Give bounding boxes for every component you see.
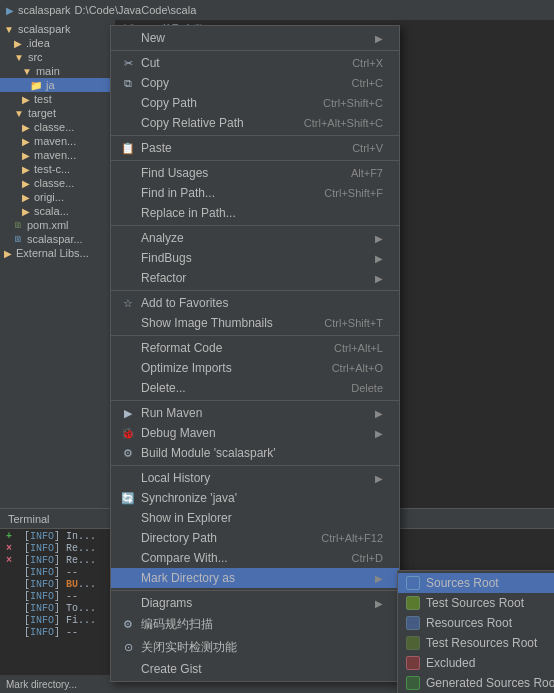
term-text: [INFO] BU...: [24, 579, 96, 590]
tree-item-maven2[interactable]: ▶ maven...: [0, 148, 115, 162]
term-text: [INFO] --: [24, 567, 78, 578]
submenu-item-resources[interactable]: Resources Root: [398, 613, 554, 633]
shortcut: Ctrl+Shift+C: [307, 97, 383, 109]
resources-icon: [406, 616, 420, 630]
menu-item-compare[interactable]: Compare With... Ctrl+D: [111, 548, 399, 568]
submenu-label: Test Resources Root: [426, 636, 537, 650]
menu-label: Build Module 'scalaspark': [137, 446, 383, 460]
tree-item-pom[interactable]: 🗎 pom.xml: [0, 218, 115, 232]
run-maven-icon: ▶: [119, 407, 137, 420]
submenu-arrow: ▶: [375, 473, 383, 484]
menu-item-add-fav[interactable]: ☆ Add to Favorites: [111, 293, 399, 313]
menu-item-dir-path[interactable]: Directory Path Ctrl+Alt+F12: [111, 528, 399, 548]
menu-label: Compare With...: [137, 551, 336, 565]
project-icon: ▶: [6, 5, 14, 16]
menu-item-optimize[interactable]: Optimize Imports Ctrl+Alt+O: [111, 358, 399, 378]
tree-item-maven1[interactable]: ▶ maven...: [0, 134, 115, 148]
menu-item-mark-dir[interactable]: Mark Directory as ▶: [111, 568, 399, 588]
menu-item-build-module[interactable]: ⚙ Build Module 'scalaspark': [111, 443, 399, 463]
menu-label: FindBugs: [137, 251, 375, 265]
submenu-item-generated[interactable]: Generated Sources Root: [398, 673, 554, 693]
menu-item-copy[interactable]: ⧉ Copy Ctrl+C: [111, 73, 399, 93]
tree-item-classe2[interactable]: ▶ classe...: [0, 176, 115, 190]
shortcut: Ctrl+Alt+Shift+C: [288, 117, 383, 129]
term-text: [INFO] Re...: [24, 555, 96, 566]
separator: [111, 160, 399, 161]
tree-item-scalaspark[interactable]: ▼ scalaspark: [0, 22, 115, 36]
tree-item-main[interactable]: ▼ main: [0, 64, 115, 78]
menu-label: Create Gist: [137, 662, 383, 676]
menu-item-find-usages[interactable]: Find Usages Alt+F7: [111, 163, 399, 183]
tree-item-idea[interactable]: ▶ .idea: [0, 36, 115, 50]
menu-item-copy-path[interactable]: Copy Path Ctrl+Shift+C: [111, 93, 399, 113]
menu-item-replace-path[interactable]: Replace in Path...: [111, 203, 399, 223]
copy-icon: ⧉: [119, 77, 137, 90]
menu-label: Paste: [137, 141, 336, 155]
tree-item-ja[interactable]: 📁 ja: [0, 78, 115, 92]
menu-label: Mark Directory as: [137, 571, 375, 585]
submenu-item-excluded[interactable]: Excluded: [398, 653, 554, 673]
menu-item-encoding-scan[interactable]: ⚙ 编码规约扫描: [111, 613, 399, 636]
tree-item-testc[interactable]: ▶ test-c...: [0, 162, 115, 176]
menu-item-copy-relative-path[interactable]: Copy Relative Path Ctrl+Alt+Shift+C: [111, 113, 399, 133]
tree-item-test[interactable]: ▶ test: [0, 92, 115, 106]
build-module-icon: ⚙: [119, 447, 137, 460]
menu-item-find-path[interactable]: Find in Path... Ctrl+Shift+F: [111, 183, 399, 203]
tree-item-src[interactable]: ▼ src: [0, 50, 115, 64]
submenu-item-test-sources[interactable]: Test Sources Root: [398, 593, 554, 613]
menu-item-show-explorer[interactable]: Show in Explorer: [111, 508, 399, 528]
menu-item-show-thumbnails[interactable]: Show Image Thumbnails Ctrl+Shift+T: [111, 313, 399, 333]
menu-item-cut[interactable]: ✂ Cut Ctrl+X: [111, 53, 399, 73]
test-resources-icon: [406, 636, 420, 650]
tree-label: ja: [46, 79, 55, 91]
menu-item-sync-java[interactable]: 🔄 Synchronize 'java': [111, 488, 399, 508]
tree-label: test-c...: [34, 163, 70, 175]
tree-label: maven...: [34, 149, 76, 161]
term-prefix-plus: +: [6, 531, 18, 542]
menu-label: Debug Maven: [137, 426, 375, 440]
separator: [111, 465, 399, 466]
tree-item-extlibs[interactable]: ▶ External Libs...: [0, 246, 115, 260]
tree-item-scalaspar[interactable]: 🗎 scalaspar...: [0, 232, 115, 246]
submenu-item-test-resources[interactable]: Test Resources Root: [398, 633, 554, 653]
menu-item-create-gist[interactable]: Create Gist: [111, 659, 399, 679]
generated-icon: [406, 676, 420, 690]
menu-item-paste[interactable]: 📋 Paste Ctrl+V: [111, 138, 399, 158]
submenu-arrow: ▶: [375, 233, 383, 244]
debug-maven-icon: 🐞: [119, 427, 137, 440]
menu-label: New: [137, 31, 375, 45]
menu-item-delete[interactable]: Delete... Delete: [111, 378, 399, 398]
menu-item-close-realtime[interactable]: ⊙ 关闭实时检测功能: [111, 636, 399, 659]
submenu-label: Resources Root: [426, 616, 512, 630]
project-name: scalaspark: [18, 4, 71, 16]
tree-item-origin[interactable]: ▶ origi...: [0, 190, 115, 204]
menu-item-findbugs[interactable]: FindBugs ▶: [111, 248, 399, 268]
tree-item-classe[interactable]: ▶ classe...: [0, 120, 115, 134]
menu-item-new[interactable]: New ▶: [111, 28, 399, 48]
menu-label: Run Maven: [137, 406, 375, 420]
menu-item-analyze[interactable]: Analyze ▶: [111, 228, 399, 248]
menu-label: Directory Path: [137, 531, 305, 545]
shortcut: Ctrl+C: [336, 77, 383, 89]
submenu-arrow: ▶: [375, 598, 383, 609]
encoding-icon: ⚙: [119, 618, 137, 631]
shortcut: Ctrl+Alt+F12: [305, 532, 383, 544]
tree-item-target[interactable]: ▼ target: [0, 106, 115, 120]
menu-item-diagrams[interactable]: Diagrams ▶: [111, 593, 399, 613]
tree-item-scala[interactable]: ▶ scala...: [0, 204, 115, 218]
shortcut: Ctrl+V: [336, 142, 383, 154]
submenu-arrow: ▶: [375, 253, 383, 264]
tree-label: scala...: [34, 205, 69, 217]
submenu-label: Generated Sources Root: [426, 676, 554, 690]
status-text: Mark directory...: [6, 679, 77, 690]
submenu-item-sources-root[interactable]: Sources Root: [398, 573, 554, 593]
menu-item-run-maven[interactable]: ▶ Run Maven ▶: [111, 403, 399, 423]
menu-item-reformat[interactable]: Reformat Code Ctrl+Alt+L: [111, 338, 399, 358]
submenu-label: Excluded: [426, 656, 475, 670]
menu-item-debug-maven[interactable]: 🐞 Debug Maven ▶: [111, 423, 399, 443]
menu-item-local-history[interactable]: Local History ▶: [111, 468, 399, 488]
menu-item-refactor[interactable]: Refactor ▶: [111, 268, 399, 288]
tree-label: External Libs...: [16, 247, 89, 259]
excluded-icon: [406, 656, 420, 670]
shortcut: Ctrl+Alt+O: [316, 362, 383, 374]
